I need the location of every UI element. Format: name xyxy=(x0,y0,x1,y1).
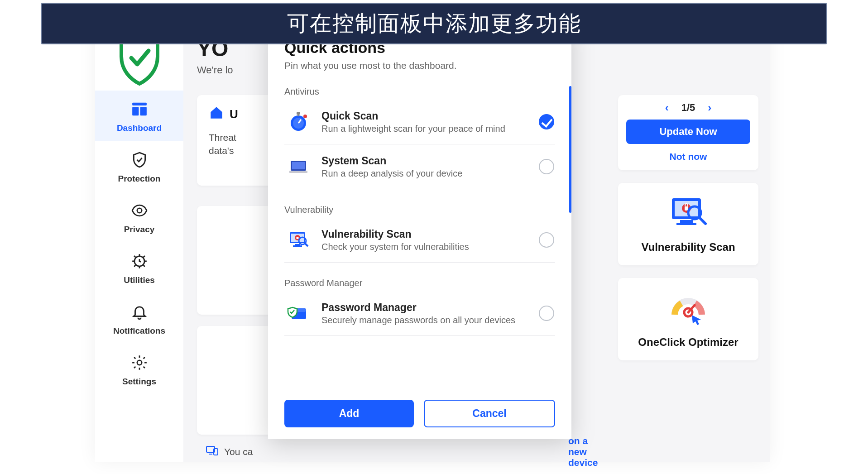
sidebar-item-label: Protection xyxy=(118,174,161,184)
svg-rect-9 xyxy=(676,223,696,225)
pager-prev[interactable]: ‹ xyxy=(665,101,669,114)
stopwatch-icon xyxy=(285,109,312,135)
svg-rect-20 xyxy=(297,112,300,115)
svg-rect-8 xyxy=(680,220,693,223)
qa-title: System Scan xyxy=(321,155,529,167)
svg-rect-21 xyxy=(297,115,299,116)
bell-icon xyxy=(131,303,148,322)
section-label-vulnerability: Vulnerability xyxy=(284,205,555,215)
top-banner: 可在控制面板中添加更多功能 xyxy=(41,3,827,44)
monitor-lock-search-icon xyxy=(666,225,711,232)
dashboard-icon xyxy=(131,101,148,120)
bottom-hint: You ca on a new device xyxy=(206,445,258,458)
page-subtitle: We're lo xyxy=(197,64,233,76)
new-device-link[interactable]: on a new device xyxy=(568,436,598,468)
pager-count: 1/5 xyxy=(681,102,695,114)
sidebar-item-label: Dashboard xyxy=(117,123,162,133)
cancel-button[interactable]: Cancel xyxy=(424,400,555,427)
modal-subtitle: Pin what you use most to the dashboard. xyxy=(284,60,555,71)
qa-item-system-scan[interactable]: System Scan Run a deep analysis of your … xyxy=(284,144,555,189)
svg-rect-29 xyxy=(295,244,300,245)
qa-radio[interactable] xyxy=(539,232,554,248)
update-card: ‹ 1/5 › Update Now Not now xyxy=(618,95,758,170)
sidebar-item-label: Settings xyxy=(122,377,156,387)
gear-time-icon xyxy=(131,253,148,272)
shield-check-icon xyxy=(131,151,148,170)
qa-desc: Check your system for vulnerabilities xyxy=(321,242,529,252)
wallet-shield-icon xyxy=(285,300,312,326)
feature-card-vulnerability[interactable]: Vulnerability Scan xyxy=(618,183,758,265)
modal-footer: Add Cancel xyxy=(268,392,571,439)
quick-actions-modal: Quick actions Pin what you use most to t… xyxy=(268,23,571,439)
feature-title: Vulnerability Scan xyxy=(623,241,754,254)
laptop-scan-icon xyxy=(285,153,312,180)
svg-line-34 xyxy=(305,244,308,246)
house-icon xyxy=(209,105,224,124)
add-button[interactable]: Add xyxy=(284,400,414,427)
qa-item-vulnerability-scan[interactable]: Vulnerability Scan Check your system for… xyxy=(284,218,555,262)
qa-item-quick-scan[interactable]: Quick Scan Run a lightweight scan for yo… xyxy=(284,100,555,144)
pager: ‹ 1/5 › xyxy=(626,101,750,114)
svg-rect-32 xyxy=(297,237,299,239)
sidebar-item-label: Notifications xyxy=(113,326,165,336)
svg-point-5 xyxy=(137,360,141,365)
pager-next[interactable]: › xyxy=(708,101,711,114)
svg-rect-26 xyxy=(289,171,307,173)
update-now-button[interactable]: Update Now xyxy=(626,120,750,144)
monitor-lock-icon xyxy=(285,227,312,253)
sidebar-item-dashboard[interactable]: Dashboard xyxy=(95,91,183,141)
sidebar-item-label: Privacy xyxy=(124,225,155,235)
qa-radio[interactable] xyxy=(539,306,554,321)
qa-title: Password Manager xyxy=(321,302,529,314)
scrollbar[interactable] xyxy=(569,86,571,213)
svg-rect-25 xyxy=(292,162,305,169)
feature-card-optimizer[interactable]: OneClick Optimizer xyxy=(618,278,758,360)
qa-title: Vulnerability Scan xyxy=(321,228,529,240)
card-title: U xyxy=(230,107,238,121)
right-column: ‹ 1/5 › Update Now Not now xyxy=(618,95,758,360)
devices-icon xyxy=(206,445,219,458)
svg-line-13 xyxy=(699,217,705,224)
qa-radio[interactable] xyxy=(539,159,554,174)
sidebar-item-privacy[interactable]: Privacy xyxy=(95,192,183,243)
sidebar-item-utilities[interactable]: Utilities xyxy=(95,243,183,293)
svg-rect-2 xyxy=(140,107,146,115)
sidebar-item-protection[interactable]: Protection xyxy=(95,141,183,192)
eye-icon xyxy=(131,202,148,221)
gear-icon xyxy=(131,354,148,373)
svg-rect-0 xyxy=(132,103,147,105)
qa-desc: Run a lightweight scan for your peace of… xyxy=(321,124,529,134)
svg-point-3 xyxy=(137,208,141,213)
sidebar: Dashboard Protection Privacy Utilities N xyxy=(95,23,183,462)
svg-point-23 xyxy=(303,115,307,118)
qa-desc: Run a deep analysis of your device xyxy=(321,168,529,179)
sidebar-item-settings[interactable]: Settings xyxy=(95,344,183,395)
section-label-antivirus: Antivirus xyxy=(284,86,555,97)
qa-radio-checked[interactable] xyxy=(539,114,554,129)
gauge-cursor-icon xyxy=(666,320,711,327)
feature-title: OneClick Optimizer xyxy=(623,336,754,349)
not-now-link[interactable]: Not now xyxy=(626,151,750,162)
qa-title: Quick Scan xyxy=(321,110,529,122)
section-label-password-manager: Password Manager xyxy=(284,278,555,288)
banner-text: 可在控制面板中添加更多功能 xyxy=(287,9,581,38)
sidebar-item-notifications[interactable]: Notifications xyxy=(95,293,183,344)
hint-prefix: You ca xyxy=(224,446,253,457)
sidebar-item-label: Utilities xyxy=(124,275,155,285)
qa-item-password-manager[interactable]: Password Manager Securely manage passwor… xyxy=(284,291,555,335)
svg-rect-30 xyxy=(293,245,302,247)
svg-rect-1 xyxy=(132,107,139,115)
qa-desc: Securely manage passwords on all your de… xyxy=(321,315,529,326)
